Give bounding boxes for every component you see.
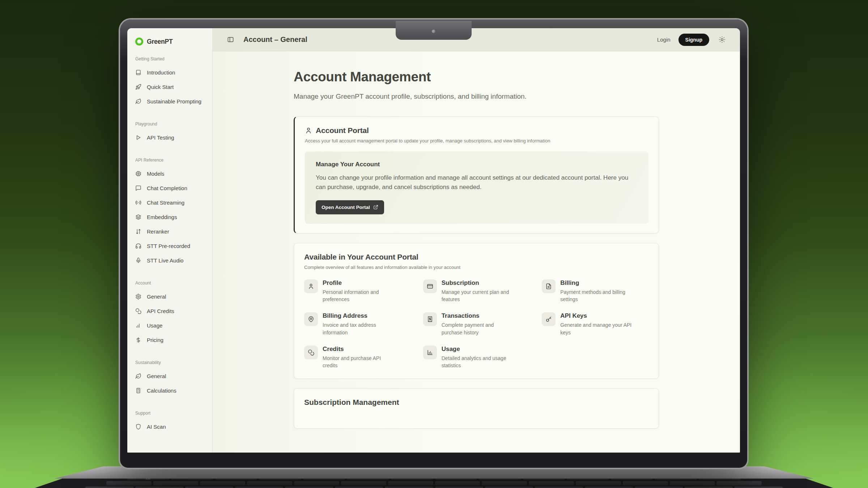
- sidebar-item-pricing[interactable]: Pricing: [135, 333, 205, 347]
- manage-account-panel: Manage Your Account You can change your …: [305, 151, 648, 224]
- subscription-card: Subscription Management: [294, 388, 659, 429]
- feature-title: Usage: [442, 346, 516, 353]
- keyboard-key: [435, 487, 483, 488]
- theme-toggle-button[interactable]: [719, 36, 726, 43]
- keyboard-key: [235, 487, 283, 488]
- sidebar-item-api-credits[interactable]: API Credits: [135, 304, 205, 318]
- page-breadcrumb-title: Account – General: [243, 35, 307, 44]
- shield-icon: [135, 424, 141, 430]
- feature-description: Invoice and tax address information: [323, 321, 397, 336]
- sidebar-section-label: Sustainability: [135, 360, 205, 365]
- sidebar-item-quick-start[interactable]: Quick Start: [135, 80, 205, 94]
- feature-item-billing-address: Billing AddressInvoice and tax address i…: [304, 312, 411, 336]
- feature-title: API Keys: [560, 312, 634, 320]
- coins-icon: [135, 308, 141, 314]
- keyboard-key: [435, 481, 480, 485]
- sidebar-item-chat-completion[interactable]: Chat Completion: [135, 181, 205, 195]
- sidebar-item-api-testing[interactable]: API Testing: [135, 130, 205, 145]
- key-icon: [545, 316, 552, 322]
- keyboard-key: [294, 481, 339, 485]
- keyboard-key: [529, 481, 574, 485]
- sidebar-item-general[interactable]: General: [135, 369, 205, 383]
- sidebar-item-embeddings[interactable]: Embeddings: [135, 210, 205, 224]
- calculator-icon: [135, 388, 141, 394]
- feature-text: SubscriptionManage your current plan and…: [442, 279, 516, 303]
- chat-icon: [135, 185, 141, 191]
- login-link[interactable]: Login: [657, 37, 671, 43]
- keyboard-key: [670, 481, 715, 485]
- main-content[interactable]: Account Management Manage your GreenPT a…: [213, 51, 740, 453]
- feature-title: Billing Address: [323, 312, 397, 320]
- headphones-icon: [135, 243, 141, 249]
- brand-logo-icon: [135, 38, 143, 46]
- sort-icon: [135, 228, 141, 235]
- feature-icon-tile: [304, 346, 318, 359]
- sidebar-section-label: API Reference: [135, 158, 205, 163]
- sidebar-item-chat-streaming[interactable]: Chat Streaming: [135, 195, 205, 210]
- feature-text: ProfilePersonal information and preferen…: [323, 279, 397, 303]
- feature-text: UsageDetailed analytics and usage statis…: [442, 346, 516, 369]
- open-account-portal-label: Open Account Portal: [322, 205, 370, 210]
- sidebar-item-general[interactable]: General: [135, 289, 205, 304]
- sidebar-item-reranker[interactable]: Reranker: [135, 224, 205, 239]
- sidebar: GreenPT Getting StartedIntroductionQuick…: [127, 28, 213, 453]
- sidebar-item-label: API Testing: [147, 134, 174, 141]
- sidebar-item-label: Chat Streaming: [147, 200, 184, 206]
- feature-description: Personal information and preferences: [323, 288, 397, 303]
- keyboard-key: [623, 481, 668, 485]
- sidebar-section-support: SupportAI Scan: [135, 411, 205, 434]
- sidebar-item-usage[interactable]: Usage: [135, 318, 205, 333]
- broadcast-icon: [135, 200, 141, 206]
- feature-icon-tile: [542, 279, 556, 293]
- sidebar-item-label: Sustainable Prompting: [147, 98, 201, 104]
- content-column: Account Management Manage your GreenPT a…: [294, 69, 659, 429]
- account-portal-description: Access your full account management port…: [305, 138, 648, 144]
- brand-logo[interactable]: GreenPT: [135, 38, 205, 46]
- keyboard-key: [335, 487, 383, 488]
- sidebar-section-getting-started: Getting StartedIntroductionQuick StartSu…: [135, 56, 205, 108]
- sidebar-item-label: Models: [147, 171, 164, 177]
- sidebar-item-models[interactable]: Models: [135, 166, 205, 181]
- sidebar-item-introduction[interactable]: Introduction: [135, 65, 205, 80]
- sidebar-item-label: AI Scan: [147, 424, 166, 430]
- features-card: Available in Your Account Portal Complet…: [294, 243, 659, 379]
- bars-icon: [135, 322, 141, 329]
- sidebar-item-label: Quick Start: [147, 84, 174, 90]
- feature-title: Credits: [323, 346, 397, 353]
- features-card-title: Available in Your Account Portal: [304, 253, 648, 261]
- feature-title: Subscription: [442, 279, 516, 287]
- sidebar-item-sustainable-prompting[interactable]: Sustainable Prompting: [135, 94, 205, 108]
- sidebar-item-label: STT Live Audio: [147, 257, 183, 264]
- camera-notch: [396, 21, 472, 40]
- keyboard-key: [535, 487, 583, 488]
- sidebar-item-label: Calculations: [147, 388, 176, 394]
- brand-name: GreenPT: [147, 38, 173, 46]
- credit-card-icon: [427, 283, 433, 290]
- feature-item-credits: CreditsMonitor and purchase API credits: [304, 346, 411, 369]
- sidebar-item-ai-scan[interactable]: AI Scan: [135, 419, 205, 434]
- sidebar-item-stt-live-audio[interactable]: STT Live Audio: [135, 253, 205, 267]
- feature-title: Transactions: [442, 312, 516, 320]
- feature-icon-tile: [542, 312, 556, 326]
- camera-dot: [432, 30, 435, 33]
- leaf-icon: [135, 373, 141, 379]
- sidebar-section-sustainability: SustainabilityGeneralCalculations: [135, 360, 205, 398]
- keyboard-row: [85, 487, 783, 488]
- sidebar-item-calculations[interactable]: Calculations: [135, 383, 205, 398]
- open-account-portal-button[interactable]: Open Account Portal: [316, 200, 384, 214]
- keyboard-key: [135, 487, 183, 488]
- sidebar-item-stt-pre-recorded[interactable]: STT Pre-recorded: [135, 239, 205, 253]
- feature-item-api-keys: API KeysGenerate and manage your API key…: [542, 312, 648, 336]
- sidebar-toggle-button[interactable]: [227, 36, 234, 43]
- feature-item-subscription: SubscriptionManage your current plan and…: [423, 279, 530, 303]
- feature-icon-tile: [423, 279, 437, 293]
- signup-button[interactable]: Signup: [678, 34, 709, 46]
- feature-icon-tile: [423, 346, 437, 359]
- feature-item-profile: ProfilePersonal information and preferen…: [304, 279, 411, 303]
- keyboard-key: [106, 481, 152, 485]
- feature-description: Complete payment and purchase history: [442, 321, 516, 336]
- keyboard-key: [485, 487, 533, 488]
- feature-icon-tile: [304, 312, 318, 326]
- sidebar-item-label: Introduction: [147, 69, 175, 76]
- manage-account-title: Manage Your Account: [316, 161, 638, 168]
